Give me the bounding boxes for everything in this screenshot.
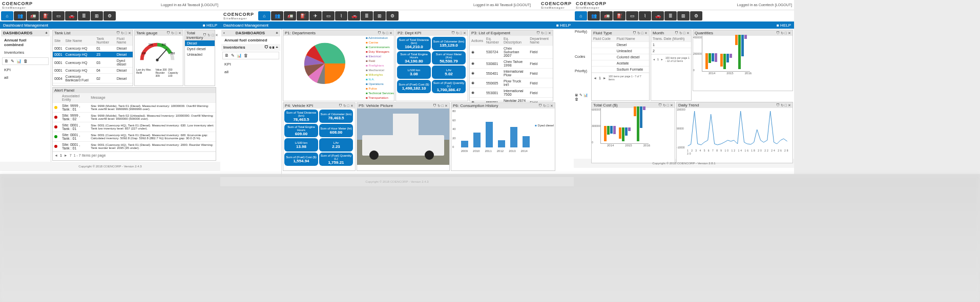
table-row[interactable]: Colored diesel bbox=[592, 54, 649, 60]
sidebar-item-kpi[interactable]: KPI bbox=[1, 66, 50, 74]
nav-spring-icon[interactable]: ⌇ bbox=[639, 11, 651, 20]
totalinv-title: Total inventory bbox=[186, 31, 203, 40]
table-row[interactable]: Diesel bbox=[592, 42, 649, 48]
sidebar-item-all[interactable]: all bbox=[1, 74, 50, 81]
logo: COENCORPSiteManager bbox=[576, 1, 607, 9]
nav-home-icon[interactable]: ⌂ bbox=[575, 11, 587, 20]
table-row[interactable]: ◉550605Plow Truck Int'lField bbox=[470, 78, 553, 88]
kpi-chip: L/100 km13.98 bbox=[284, 138, 318, 152]
refresh-icon[interactable]: ↻ bbox=[121, 31, 124, 35]
inv-row[interactable]: Dyed diesel bbox=[185, 46, 215, 52]
nav-list-icon[interactable]: ≣ bbox=[78, 11, 90, 20]
sidebar-item-kpi[interactable]: KPI bbox=[221, 60, 280, 68]
nav-fuel-icon[interactable]: ⛽ bbox=[613, 11, 625, 20]
kpi-chip: Sum of (Fuel) Cost ($)1,498,182.10 bbox=[397, 80, 431, 93]
help-link[interactable]: ■ HELP bbox=[203, 23, 217, 28]
table-row[interactable]: ◉530724Chev Suburban 2007Field bbox=[470, 46, 553, 59]
kpi-chip: L/hr2.23 bbox=[319, 138, 353, 152]
pager-next-icon[interactable]: ► bbox=[64, 154, 68, 157]
user-login[interactable]: Logged in as Ali Tavasoli [LOGOUT] bbox=[161, 3, 218, 7]
tool-chart-icon[interactable]: 📊 bbox=[16, 59, 22, 63]
active-tab[interactable]: Dashboard Management bbox=[223, 23, 268, 28]
table-row[interactable]: 0004Coencorp Bankcard Fuel02Diesel bbox=[53, 74, 133, 83]
tank-table: SiteSite NameTank NumberFluid Name 0001C… bbox=[53, 36, 133, 83]
sidebar-item-inventories[interactable]: Inventories bbox=[1, 49, 50, 56]
nav-home-icon[interactable]: ⌂ bbox=[258, 11, 270, 20]
add-icon[interactable]: + bbox=[276, 31, 278, 35]
p1-title: P1: Departments bbox=[285, 31, 316, 35]
nav-card-icon[interactable]: ▭ bbox=[322, 11, 335, 20]
nav-keyboard-icon[interactable]: ⊞ bbox=[373, 11, 386, 20]
table-row[interactable]: 0001Coencorp HQ01Diesel bbox=[53, 46, 133, 52]
kpi-chip: Sum of (Fuel) Quantity (L)1,759.21 bbox=[319, 153, 353, 166]
pager-prev-icon[interactable]: ◄ bbox=[54, 154, 58, 157]
alert-table: Associated EntityMessage Site: 9999 , Ta… bbox=[53, 93, 216, 152]
table-row[interactable]: ◉530801Chev Tahoe 1998Field bbox=[470, 59, 553, 69]
alert-row[interactable]: Site: 9999 , Tank : 02Site: 9999 (Mobile… bbox=[53, 112, 216, 122]
nav-list-icon[interactable]: ≣ bbox=[664, 11, 677, 20]
daily-line-chart bbox=[685, 108, 793, 149]
sidebar-item-annual[interactable]: Annual fuel combined bbox=[221, 36, 280, 44]
p2-title: P2: Dept KPI bbox=[398, 31, 421, 35]
svg-text:200: 200 bbox=[149, 43, 153, 46]
fluidtype-title: Fluid Type bbox=[593, 31, 612, 35]
nav-settings-icon[interactable]: ⚙ bbox=[690, 11, 702, 20]
nav-fuel-icon[interactable]: ⛽ bbox=[297, 11, 309, 20]
nav-plane-icon[interactable]: ✈ bbox=[309, 11, 322, 20]
alert-row[interactable]: Site: 0001 , Tank : 01Site: 0001 (Coenco… bbox=[53, 122, 216, 132]
sidebar-item-all[interactable]: all bbox=[221, 68, 280, 76]
nav-fuel-icon[interactable]: ⛽ bbox=[39, 11, 52, 20]
table-row[interactable]: Unleaded bbox=[592, 48, 649, 54]
table-row[interactable]: 0001Coencorp HQ04Diesel bbox=[53, 68, 133, 74]
close-icon[interactable]: ✕ bbox=[128, 31, 131, 35]
tool-edit-icon[interactable]: ✎ bbox=[11, 59, 14, 63]
alert-row[interactable]: Site: 0001 , Tank : 01Site: 0001 (Coenco… bbox=[53, 132, 216, 141]
table-row[interactable]: ◉550401International PlowField bbox=[470, 69, 553, 78]
totalcost-title: Total Cost ($) bbox=[593, 103, 618, 107]
nav-keyboard-icon[interactable]: ⊞ bbox=[677, 11, 690, 20]
inv-row[interactable]: Diesel bbox=[185, 40, 215, 46]
filter-icon[interactable]: ⛉ bbox=[116, 31, 120, 35]
nav-users-icon[interactable]: 👥 bbox=[14, 11, 26, 20]
nav-home-icon[interactable]: ⌂ bbox=[1, 11, 13, 20]
max-icon[interactable]: □ bbox=[125, 31, 127, 35]
user-login[interactable]: Logged in as Coentech [LOGOUT] bbox=[737, 3, 792, 7]
sidebar-item-annual[interactable]: Annual fuel combined bbox=[1, 36, 50, 49]
add-dashboard-icon[interactable]: + bbox=[45, 31, 48, 35]
nav-users-icon[interactable]: 👥 bbox=[588, 11, 600, 20]
daily-title: Daily Trend bbox=[678, 103, 699, 107]
logo: COENCORPSiteManager bbox=[2, 1, 33, 9]
nav-card-icon[interactable]: ▭ bbox=[52, 11, 65, 20]
inv-row[interactable]: Unleaded bbox=[185, 52, 215, 57]
help-link[interactable]: ■ HELP bbox=[556, 23, 571, 28]
nav-fleet-icon[interactable]: 🚛 bbox=[27, 11, 39, 20]
table-row[interactable]: Sodium Formate bbox=[592, 67, 649, 73]
table-row[interactable]: 1 bbox=[651, 42, 691, 48]
nav-users-icon[interactable]: 👥 bbox=[271, 11, 283, 20]
nav-settings-icon[interactable]: ⚙ bbox=[103, 11, 116, 20]
nav-fleet-icon[interactable]: 🚛 bbox=[284, 11, 296, 20]
nav-card-icon[interactable]: ▭ bbox=[626, 11, 638, 20]
help-link[interactable]: ■ HELP bbox=[777, 23, 791, 28]
active-tab[interactable]: Dashboard Management bbox=[3, 23, 48, 28]
nav-keyboard-icon[interactable]: ⊞ bbox=[91, 11, 103, 20]
tool-doc-icon[interactable]: 🗎 bbox=[5, 59, 9, 63]
table-row[interactable]: 0001Coencorp HQ23Diesel bbox=[53, 52, 133, 58]
table-row[interactable]: 0001Coencorp HQ03Dyed diesel bbox=[53, 58, 133, 68]
nav-list-icon[interactable]: ≣ bbox=[361, 11, 373, 20]
alert-row[interactable]: Site: 0001 , Tank : 01Site: 0001 (Coenco… bbox=[53, 141, 216, 151]
nav-vehicle-icon[interactable]: 🚗 bbox=[348, 11, 360, 20]
table-row[interactable]: ◉553001International 7500Field bbox=[470, 88, 553, 98]
totalcost-chart bbox=[600, 108, 649, 144]
nav-spring-icon[interactable]: ⌇ bbox=[335, 11, 347, 20]
kpi-chip: Sum of Total Engine Hours609.00 bbox=[284, 124, 318, 137]
table-row[interactable]: 2 bbox=[651, 48, 691, 54]
user-login[interactable]: Logged in as Ali Tavasoli [LOGOUT] bbox=[473, 3, 531, 7]
tool-delete-icon[interactable]: 🗑 bbox=[24, 59, 28, 63]
nav-vehicle-icon[interactable]: 🚗 bbox=[65, 11, 77, 20]
alert-row[interactable]: Site: 9999 , Tank : 01Site: 9999 (Mobile… bbox=[53, 102, 216, 112]
table-row[interactable]: Acetate bbox=[592, 60, 649, 67]
nav-vehicle-icon[interactable]: 🚗 bbox=[652, 11, 664, 20]
nav-fleet-icon[interactable]: 🚛 bbox=[600, 11, 613, 20]
nav-settings-icon[interactable]: ⚙ bbox=[386, 11, 399, 20]
